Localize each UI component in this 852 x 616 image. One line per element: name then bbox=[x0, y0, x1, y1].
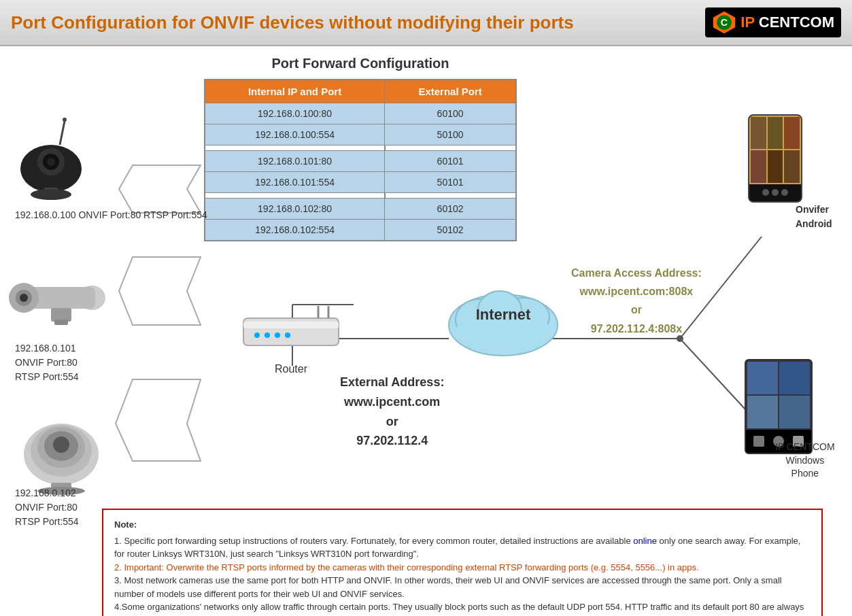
camera-access-address: Camera Access Address: www.ipcent.com:80… bbox=[571, 264, 702, 338]
windows-phone-label: IP CENTCOM Windows Phone bbox=[775, 441, 835, 481]
svg-marker-4 bbox=[119, 165, 201, 213]
ext-port-cell: 50101 bbox=[385, 172, 516, 193]
ip-port-cell: 192.168.0.100:554 bbox=[205, 124, 385, 146]
col-external: External Port bbox=[385, 80, 516, 103]
svg-text:C: C bbox=[721, 17, 728, 28]
table-row: 192.168.0.102:80 60102 bbox=[205, 199, 516, 220]
table-row: 192.168.0.102:554 50102 bbox=[205, 220, 516, 241]
svg-point-39 bbox=[265, 332, 270, 338]
logo: C IP CENTCOM bbox=[705, 7, 841, 37]
cam-access-line1: Camera Access Address: bbox=[571, 267, 702, 279]
svg-line-18 bbox=[60, 121, 65, 145]
svg-point-21 bbox=[31, 189, 71, 200]
logo-cent: CENTCOM bbox=[755, 14, 834, 31]
table-row: 192.168.0.101:554 50101 bbox=[205, 172, 516, 193]
router-area: Router bbox=[237, 305, 345, 375]
router-label: Router bbox=[237, 363, 345, 375]
main-content: Port Forward Configuration Internal IP a… bbox=[0, 46, 852, 616]
camera-1-image bbox=[7, 114, 95, 203]
logo-text: IP CENTCOM bbox=[740, 14, 834, 31]
svg-rect-28 bbox=[54, 320, 68, 325]
svg-marker-6 bbox=[116, 379, 201, 461]
ext-port-cell: 60102 bbox=[385, 199, 516, 220]
note-title: Note: bbox=[114, 518, 811, 532]
note-important: 2. Important: Overwrite the RTSP ports i… bbox=[114, 562, 699, 572]
ext-port-cell: 50100 bbox=[385, 124, 516, 146]
svg-point-17 bbox=[47, 158, 55, 166]
table-row: 192.168.0.100:80 60100 bbox=[205, 103, 516, 124]
ip-port-cell: 192.168.0.100:80 bbox=[205, 103, 385, 124]
page-title: Port Configuration for ONVIF devices wit… bbox=[11, 12, 574, 33]
note-box: Note: 1. Specific port forwarding setup … bbox=[102, 509, 823, 616]
ip-port-cell: 192.168.0.102:80 bbox=[205, 199, 385, 220]
internet-area: Internet bbox=[442, 271, 564, 362]
ext-line3: or bbox=[386, 415, 398, 428]
svg-point-19 bbox=[63, 118, 67, 122]
section-title: Port Forward Configuration bbox=[258, 56, 462, 71]
ext-port-cell: 50102 bbox=[385, 220, 516, 241]
windows-phone bbox=[745, 359, 813, 454]
internet-label: Internet bbox=[442, 306, 564, 324]
svg-point-26 bbox=[20, 294, 28, 302]
ip-port-cell: 192.168.0.101:554 bbox=[205, 172, 385, 193]
camera-3-image bbox=[14, 407, 109, 495]
col-internal: Internal IP and Port bbox=[205, 80, 385, 103]
table-row: 192.168.0.101:80 60101 bbox=[205, 151, 516, 172]
note-line1: 1. Specific port forwarding setup instru… bbox=[114, 534, 811, 561]
camera-1-label: 192.168.0.100 ONVIF Port:80 RTSP Port:55… bbox=[15, 208, 207, 222]
note-line4: 4.Some organizations' networks only allo… bbox=[114, 600, 811, 616]
ip-port-cell: 192.168.0.101:80 bbox=[205, 151, 385, 172]
header: Port Configuration for ONVIF devices wit… bbox=[0, 0, 852, 46]
svg-marker-5 bbox=[119, 257, 201, 325]
ext-line2: www.ipcent.com bbox=[344, 395, 440, 409]
logo-icon: C bbox=[712, 10, 736, 35]
ext-port-cell: 60101 bbox=[385, 151, 516, 172]
svg-point-38 bbox=[254, 332, 260, 338]
camera-2-label: 192.168.0.101ONVIF Port:80RTSP Port:554 bbox=[15, 341, 79, 384]
port-forward-table: Internal IP and Port External Port 192.1… bbox=[204, 79, 517, 241]
external-address: External Address: www.ipcent.com or 97.2… bbox=[340, 373, 444, 451]
cam-access-line4: 97.202.112.4:808x bbox=[591, 323, 682, 335]
table-row: 192.168.0.100:554 50100 bbox=[205, 124, 516, 146]
ext-port-cell: 60100 bbox=[385, 103, 516, 124]
svg-point-41 bbox=[285, 332, 290, 338]
router-image bbox=[237, 305, 345, 359]
onvifer-label: Onvifer Android bbox=[796, 203, 832, 231]
logo-ip: IP bbox=[740, 14, 754, 31]
highlight-online: online bbox=[633, 536, 657, 546]
ext-line1: External Address: bbox=[340, 375, 444, 389]
svg-point-40 bbox=[275, 332, 280, 338]
note-line3: 3. Most network cameras use the same por… bbox=[114, 574, 811, 600]
note-line2: 2. Important: Overwrite the RTSP ports i… bbox=[114, 561, 811, 575]
camera-2-image bbox=[3, 264, 109, 332]
svg-rect-37 bbox=[243, 322, 339, 328]
cam-access-line2: www.ipcent.com:808x bbox=[580, 286, 694, 297]
svg-point-33 bbox=[53, 437, 69, 453]
android-phone bbox=[748, 114, 802, 203]
ip-port-cell: 192.168.0.102:554 bbox=[205, 220, 385, 241]
camera-3-label: 192.168.0.102ONVIF Port:80RTSP Port:554 bbox=[15, 486, 79, 529]
cam-access-or: or bbox=[631, 304, 642, 315]
ext-line4: 97.202.112.4 bbox=[356, 434, 428, 447]
